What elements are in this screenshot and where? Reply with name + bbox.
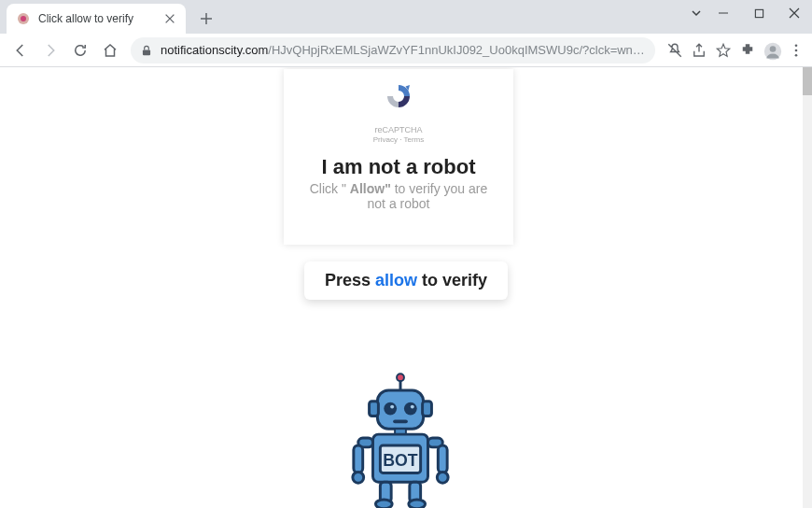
robot-illustration: BOT (345, 371, 455, 508)
browser-tab[interactable]: Click allow to verify (7, 4, 186, 34)
notifications-muted-icon[interactable] (666, 42, 683, 59)
svg-rect-2 (755, 9, 763, 17)
profile-avatar-icon[interactable] (763, 42, 780, 59)
window-controls (706, 0, 812, 26)
svg-point-15 (411, 405, 414, 409)
press-allow-button[interactable]: Press allow to verify (304, 261, 508, 300)
close-tab-icon[interactable] (163, 12, 176, 25)
browser-toolbar: notificationscity.com/HJvQHpjRxEMLSjaWZv… (0, 34, 812, 67)
svg-point-30 (375, 500, 392, 508)
reload-button[interactable] (67, 37, 93, 64)
scrollbar-track[interactable] (803, 67, 812, 508)
share-icon[interactable] (691, 42, 707, 59)
maximize-button[interactable] (741, 0, 777, 26)
home-button[interactable] (97, 37, 123, 64)
robot-label: BOT (383, 451, 418, 470)
svg-point-1 (21, 16, 26, 21)
button-text-pre: Press (325, 271, 375, 289)
recaptcha-links: Privacy · Terms (302, 135, 495, 144)
svg-point-10 (397, 374, 404, 381)
svg-point-14 (390, 405, 394, 409)
forward-button[interactable] (37, 37, 63, 64)
minimize-button[interactable] (706, 0, 741, 26)
back-button[interactable] (7, 37, 34, 64)
new-tab-button[interactable] (193, 6, 219, 32)
window-close-button[interactable] (777, 0, 812, 26)
captcha-headline: I am not a robot (302, 155, 495, 179)
extensions-icon[interactable] (739, 42, 756, 59)
svg-point-27 (437, 472, 448, 483)
menu-icon[interactable] (788, 42, 805, 59)
svg-point-8 (795, 53, 798, 56)
url-text: notificationscity.com/HJvQHpjRxEMLSjaWZv… (161, 43, 646, 57)
svg-rect-16 (393, 419, 408, 423)
tab-dropdown-icon[interactable] (691, 6, 702, 22)
svg-rect-23 (354, 445, 363, 473)
svg-point-5 (770, 46, 777, 52)
svg-rect-18 (423, 402, 432, 416)
svg-point-31 (409, 500, 426, 508)
svg-point-12 (384, 402, 397, 416)
svg-point-24 (353, 472, 364, 483)
recaptcha-logo (380, 82, 417, 114)
captcha-subtext: Click " Allow" to verify you are not a r… (302, 181, 495, 211)
tab-favicon (16, 11, 31, 26)
bookmark-star-icon[interactable] (715, 42, 732, 59)
scrollbar-thumb[interactable] (803, 67, 812, 95)
address-bar[interactable]: notificationscity.com/HJvQHpjRxEMLSjaWZv… (131, 37, 655, 64)
svg-rect-17 (370, 402, 379, 416)
captcha-card: reCAPTCHA Privacy · Terms I am not a rob… (284, 69, 513, 245)
url-host: notificationscity.com (161, 43, 268, 57)
button-text-highlight: allow (375, 271, 417, 289)
url-path: /HJvQHpjRxEMLSjaWZvYF1nnUkIJ092_Uo0kqIMS… (268, 43, 646, 57)
page-content: reCAPTCHA Privacy · Terms I am not a rob… (0, 67, 812, 508)
recaptcha-label: reCAPTCHA (302, 125, 495, 135)
svg-rect-3 (143, 49, 150, 55)
svg-point-6 (795, 44, 798, 47)
svg-point-13 (404, 402, 417, 416)
button-text-post: to verify (417, 271, 487, 289)
svg-rect-26 (438, 445, 447, 473)
lock-icon (140, 44, 153, 57)
titlebar: Click allow to verify (0, 0, 812, 34)
tab-title: Click allow to verify (38, 12, 160, 25)
svg-point-7 (795, 49, 798, 51)
